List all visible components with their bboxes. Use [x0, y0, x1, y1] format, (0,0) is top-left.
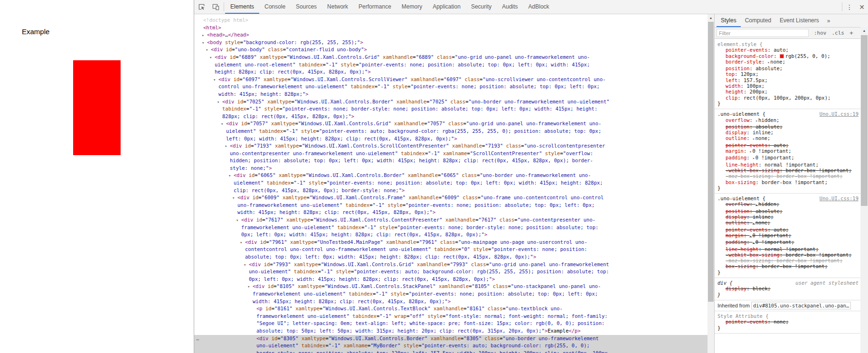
twisty-down-icon[interactable]: ▾	[240, 239, 242, 247]
sidebar-tab-styles[interactable]: Styles	[717, 14, 741, 27]
sidebar-tab-computed[interactable]: Computed	[741, 14, 775, 27]
scroll-up-arrow-icon[interactable]: ▲	[708, 14, 714, 21]
close-devtools-icon[interactable]: ✕	[856, 0, 868, 14]
css-property[interactable]: position: absolute;	[717, 124, 859, 130]
dom-node[interactable]: ▾<div id="7193" xamltype="Windows.UI.Xam…	[197, 142, 611, 172]
elements-scrollbar-thumb[interactable]	[708, 22, 714, 302]
css-property[interactable]: width: 100px;	[717, 83, 859, 89]
tab-elements[interactable]: Elements	[225, 0, 259, 14]
css-property[interactable]: outline: ▸none;	[717, 220, 859, 226]
dom-node[interactable]: ▾<div id="6097" xamltype="Windows.UI.Xam…	[197, 76, 611, 98]
tab-performance[interactable]: Performance	[353, 0, 396, 14]
kebab-menu-icon[interactable]: ⋮	[843, 0, 856, 14]
css-property[interactable]: outline: ▸none;	[717, 135, 859, 142]
css-property[interactable]: padding: ▸0 !important;	[717, 155, 859, 161]
css-property[interactable]: pointer-events: auto;	[717, 142, 859, 148]
twisty-down-icon[interactable]: ▾	[209, 54, 212, 62]
color-swatch-icon[interactable]	[780, 54, 784, 58]
styles-scrollbar-thumb[interactable]	[861, 35, 868, 206]
css-property[interactable]: display: inline;	[717, 130, 859, 135]
css-property[interactable]: -webkit-box-sizing: border-box !importan…	[717, 167, 859, 173]
css-property[interactable]: padding: ▸0 !important;	[717, 239, 859, 246]
stylesheet-source-link[interactable]: Uno.UI.css:19	[820, 111, 859, 117]
css-property[interactable]: left: 157.5px;	[717, 77, 859, 83]
dom-node[interactable]: <html>	[197, 24, 611, 32]
css-property[interactable]: background-color: rgb(255, 0, 0);	[717, 53, 859, 59]
sidebar-more-tabs-icon[interactable]: »	[823, 14, 834, 27]
css-property[interactable]: -moz-box-sizing: border-box !important;	[717, 258, 859, 263]
css-property[interactable]: line-height: normal !important;	[717, 162, 859, 167]
dom-node[interactable]: <p id="8161" xamltype="Windows.UI.Xaml.C…	[197, 305, 611, 334]
dom-node[interactable]: ▾<div id="7057" xamltype="Windows.UI.Xam…	[197, 120, 611, 142]
css-property[interactable]: top: 120px;	[717, 71, 859, 77]
dom-node[interactable]: ▾<div id="7025" xamltype="Windows.UI.Xam…	[197, 98, 611, 121]
new-style-rule-button[interactable]: +	[849, 29, 853, 37]
css-property[interactable]: -webkit-box-sizing: border-box !importan…	[717, 252, 859, 258]
css-property[interactable]: display: inline;	[717, 214, 859, 220]
tab-adblock[interactable]: AdBlock	[523, 0, 555, 14]
twisty-down-icon[interactable]: ▾	[213, 76, 216, 84]
dom-node-selected[interactable]: …<div id="8305" xamltype="Windows.UI.Xam…	[197, 335, 611, 353]
tab-audits[interactable]: Audits	[497, 0, 523, 14]
css-property[interactable]: overflow: ▸hidden;	[717, 201, 859, 208]
css-property[interactable]: overflow: ▸hidden;	[717, 117, 859, 124]
css-property[interactable]: pointer-events: none;	[717, 319, 859, 325]
css-property[interactable]: position: absolute;	[717, 65, 859, 71]
css-property[interactable]: position: absolute;	[717, 208, 859, 214]
pseudo-state-toggle[interactable]: :hov	[814, 30, 827, 36]
tab-security[interactable]: Security	[466, 0, 497, 14]
style-rule: element.style {pointer-events: auto;back…	[715, 39, 860, 109]
css-property[interactable]: margin: ▸0 !important;	[717, 148, 859, 155]
tab-application[interactable]: Application	[427, 0, 466, 14]
scroll-up-arrow-icon[interactable]: ▲	[860, 27, 868, 34]
css-property[interactable]: margin: ▸0 !important;	[717, 232, 859, 239]
styles-filter-input[interactable]	[717, 29, 809, 37]
tab-console[interactable]: Console	[259, 0, 291, 14]
tab-memory[interactable]: Memory	[396, 0, 427, 14]
css-property[interactable]: height: 200px;	[717, 89, 859, 94]
dom-node[interactable]: ▾<div id="8105" xamltype="Windows.UI.Xam…	[197, 283, 611, 305]
dom-node[interactable]: ▾<div id="6009" xamltype="Windows.UI.Xam…	[197, 194, 611, 216]
dom-node[interactable]: <!doctype html>	[197, 17, 611, 24]
elements-scrollbar[interactable]: ▲	[708, 14, 714, 353]
dom-node[interactable]: ▾<div id="6065" xamltype="Windows.UI.Xam…	[197, 172, 611, 194]
css-property[interactable]: clip: rect(0px, 100px, 200px, 0px);	[717, 95, 859, 101]
css-property[interactable]: pointer-events: auto;	[717, 47, 859, 53]
dom-node[interactable]: ▾<div id="uno-body" class="container-flu…	[197, 46, 611, 54]
css-property[interactable]: pointer-events: auto;	[717, 227, 859, 232]
twisty-down-icon[interactable]: ▾	[244, 261, 246, 269]
dom-node[interactable]: ▾<div id="7617" xamltype="Windows.UI.Xam…	[197, 216, 611, 239]
tab-sources[interactable]: Sources	[291, 0, 322, 14]
class-toggle[interactable]: .cls	[832, 30, 845, 36]
twisty-down-icon[interactable]: ▾	[228, 172, 231, 180]
twisty-down-icon[interactable]: ▾	[206, 46, 208, 54]
css-property[interactable]: border-style: ▸none;	[717, 59, 859, 65]
inherited-target-link[interactable]: div#8105.uno-stackpanel.uno-pan…	[751, 302, 851, 309]
twisty-down-icon[interactable]: ▾	[232, 195, 235, 202]
twisty-down-icon[interactable]: ▾	[247, 283, 250, 291]
stylesheet-source-link[interactable]: Uno.UI.css:19	[820, 195, 859, 201]
twisty-down-icon[interactable]: ▾	[202, 39, 204, 47]
twisty-down-icon[interactable]: ▾	[225, 143, 227, 150]
twisty-down-icon[interactable]: ▾	[221, 121, 223, 128]
css-property[interactable]: display: block;	[717, 286, 859, 291]
sidebar-tab-event-listeners[interactable]: Event Listeners	[775, 14, 823, 27]
dom-node[interactable]: ▾<div id="6889" xamltype="Windows.UI.Xam…	[197, 54, 611, 76]
css-property[interactable]: box-sizing: border-box !important;	[717, 263, 859, 269]
css-property[interactable]: box-sizing: border-box !important;	[717, 179, 859, 185]
device-toolbar-icon[interactable]	[208, 0, 223, 14]
rule-selector: element.style {	[717, 41, 763, 47]
inspect-element-icon[interactable]	[194, 0, 208, 14]
dom-node[interactable]: ▸<head>…</head>	[197, 31, 611, 39]
tab-network[interactable]: Network	[322, 0, 353, 14]
css-property[interactable]: -moz-box-sizing: border-box !important;	[717, 173, 859, 179]
dom-node[interactable]: ▾<div id="7993" xamltype="Windows.UI.Xam…	[197, 261, 611, 283]
css-property[interactable]: line-height: normal !important;	[717, 246, 859, 252]
twisty-down-icon[interactable]: ▾	[217, 99, 219, 106]
twisty-down-icon[interactable]: ▾	[236, 217, 238, 224]
styles-scrollbar[interactable]: ▲	[860, 27, 868, 353]
twisty-right-icon[interactable]: ▸	[202, 32, 204, 39]
dom-node[interactable]: ▾<body style="background-color: rgb(255,…	[197, 39, 611, 46]
dom-node[interactable]: ▾<div id="7961" xamltype="UnoTestbed4.Ma…	[197, 239, 611, 261]
node-menu-dots-icon[interactable]: …	[196, 335, 198, 343]
